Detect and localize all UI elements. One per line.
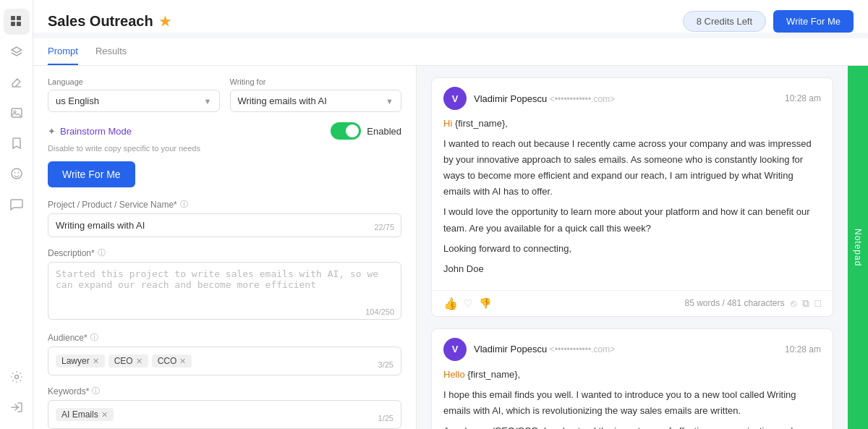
- description-label-row: Description* ⓘ: [48, 247, 401, 258]
- email-footer-1: 👍 ♡ 👎 85 words / 481 characters ⎋ ⧉ □: [432, 290, 833, 316]
- avatar-1: V: [443, 87, 467, 110]
- description-field-wrapper: Description* ⓘ 104/250: [48, 247, 401, 322]
- toggle-knob: [346, 124, 359, 137]
- writing-for-arrow-icon: ▼: [386, 97, 393, 106]
- keywords-tag-ai-emails-remove[interactable]: ✕: [101, 410, 108, 420]
- brainstorm-sparkle-icon: ✦: [48, 126, 56, 137]
- toggle-container: Enabled: [331, 122, 401, 140]
- email-body-2: Hello {first_name}, I hope this email fi…: [432, 367, 833, 429]
- description-info-icon: ⓘ: [98, 247, 106, 258]
- project-label: Project / Product / Service Name*: [48, 200, 177, 210]
- right-panel: V Vladimir Popescu <••••••••••••.com> 10…: [417, 66, 848, 429]
- description-label: Description*: [48, 248, 95, 258]
- audience-tag-ceo: CEO ✕: [109, 354, 148, 368]
- sidebar-icon-message[interactable]: [4, 191, 30, 217]
- audience-tags-input[interactable]: Lawyer ✕ CEO ✕ CCO ✕ 3/25: [48, 347, 401, 375]
- keywords-label-row: Keywords* ⓘ: [48, 386, 401, 396]
- brainstorm-label: Brainstorm Mode: [60, 126, 132, 137]
- dislike-icon[interactable]: 👎: [479, 297, 491, 309]
- sidebar-icon-layers[interactable]: [4, 39, 30, 65]
- audience-label: Audience*: [48, 333, 88, 343]
- writing-for-select[interactable]: Writing emails with AI ▼: [230, 90, 402, 112]
- save-icon-1[interactable]: □: [815, 297, 821, 310]
- notepad-panel[interactable]: Notepad: [848, 66, 868, 429]
- writing-for-group: Writing for Writing emails with AI ▼: [230, 77, 402, 112]
- keywords-field-wrapper: Keywords* ⓘ AI Emails ✕ 1/25: [48, 386, 401, 429]
- email-sender-info-1: Vladimir Popescu <••••••••••••.com>: [474, 93, 778, 104]
- tab-bar: Prompt Results: [33, 38, 868, 66]
- audience-count: 3/25: [378, 360, 393, 369]
- sidebar-icon-edit[interactable]: [4, 69, 30, 95]
- svg-rect-0: [11, 16, 15, 20]
- keywords-info-icon: ⓘ: [92, 386, 100, 396]
- email-greeting-1: Hi: [443, 118, 452, 129]
- description-textarea[interactable]: [48, 262, 401, 320]
- email-sender-name-2: Vladimir Popescu <••••••••••••.com>: [474, 344, 615, 354]
- tab-prompt[interactable]: Prompt: [48, 38, 78, 65]
- description-input-wrapper: 104/250: [48, 262, 401, 322]
- audience-tag-cco: CCO ✕: [152, 354, 192, 368]
- description-char-count: 104/250: [365, 307, 394, 316]
- page-title-area: Sales Outreach ★: [48, 13, 171, 30]
- like-icon[interactable]: ♡: [464, 297, 473, 309]
- favorite-icon[interactable]: ★: [159, 14, 171, 30]
- language-select[interactable]: us English ▼: [48, 90, 220, 112]
- audience-tag-lawyer: Lawyer ✕: [56, 354, 105, 368]
- language-writing-row: Language us English ▼ Writing for Writin…: [48, 77, 401, 112]
- brainstorm-toggle[interactable]: [331, 122, 361, 140]
- project-input-wrapper: 22/75: [48, 213, 401, 237]
- language-value: us English: [56, 95, 99, 106]
- tab-results[interactable]: Results: [95, 38, 127, 65]
- email-sender-name-1: Vladimir Popescu <••••••••••••.com>: [474, 93, 615, 104]
- main-content: Sales Outreach ★ 8 Credits Left Write Fo…: [33, 0, 868, 429]
- sidebar-icon-bookmark[interactable]: [4, 130, 30, 156]
- email-body-1: Hi {first_name}, I wanted to reach out b…: [432, 116, 833, 290]
- email-word-count-1: 85 words / 481 characters: [684, 298, 784, 308]
- language-group: Language us English ▼: [48, 77, 220, 112]
- language-arrow-icon: ▼: [204, 97, 212, 106]
- email-card-2: V Vladimir Popescu <••••••••••••.com> 10…: [431, 328, 833, 429]
- panels: Language us English ▼ Writing for Writin…: [33, 66, 868, 429]
- project-input[interactable]: [48, 213, 401, 237]
- email-greeting-2: Hello: [443, 369, 465, 380]
- project-label-row: Project / Product / Service Name* ⓘ: [48, 199, 401, 210]
- sidebar: [0, 0, 33, 429]
- keywords-tags-input[interactable]: AI Emails ✕ 1/25: [48, 400, 401, 429]
- header-right: 8 Credits Left Write For Me: [683, 10, 854, 33]
- sidebar-icon-grid[interactable]: [4, 9, 30, 35]
- thumbs-up-icon[interactable]: 👍: [443, 297, 458, 310]
- email-sender-info-2: Vladimir Popescu <••••••••••••.com>: [474, 344, 778, 354]
- svg-rect-1: [17, 16, 21, 20]
- brainstorm-description: Disable to write copy specific to your n…: [48, 144, 401, 153]
- svg-rect-3: [17, 22, 21, 26]
- svg-point-7: [14, 172, 15, 174]
- audience-tag-ceo-remove[interactable]: ✕: [136, 357, 142, 366]
- email-card-1: V Vladimir Popescu <••••••••••••.com> 10…: [431, 77, 833, 317]
- project-char-count: 22/75: [374, 223, 394, 232]
- svg-point-5: [14, 111, 16, 113]
- audience-tag-cco-remove[interactable]: ✕: [179, 357, 186, 366]
- sidebar-icon-settings[interactable]: [4, 364, 30, 390]
- svg-point-9: [14, 375, 18, 379]
- share-icon-1[interactable]: ⎋: [791, 297, 796, 310]
- credits-badge: 8 Credits Left: [683, 11, 766, 32]
- writing-for-label: Writing for: [230, 77, 402, 86]
- keywords-count: 1/25: [378, 414, 393, 422]
- sidebar-icon-logout[interactable]: [4, 394, 30, 420]
- audience-tag-lawyer-remove[interactable]: ✕: [93, 357, 99, 366]
- sidebar-icon-smile[interactable]: [4, 161, 30, 187]
- project-field-wrapper: Project / Product / Service Name* ⓘ 22/7…: [48, 199, 401, 237]
- write-for-me-button[interactable]: Write For Me: [48, 161, 135, 187]
- brainstorm-left: ✦ Brainstorm Mode: [48, 126, 132, 137]
- audience-label-row: Audience* ⓘ: [48, 332, 401, 343]
- avatar-2: V: [443, 338, 467, 361]
- brainstorm-row: ✦ Brainstorm Mode Enabled: [48, 122, 401, 140]
- left-panel: Language us English ▼ Writing for Writin…: [33, 66, 417, 429]
- copy-icon-1[interactable]: ⧉: [802, 297, 809, 310]
- toggle-label: Enabled: [367, 126, 401, 137]
- keywords-label: Keywords*: [48, 386, 89, 396]
- email-header-1: V Vladimir Popescu <••••••••••••.com> 10…: [432, 78, 833, 116]
- write-for-me-header-button[interactable]: Write For Me: [773, 10, 854, 33]
- sidebar-icon-image[interactable]: [4, 100, 30, 126]
- page-title: Sales Outreach: [48, 13, 153, 30]
